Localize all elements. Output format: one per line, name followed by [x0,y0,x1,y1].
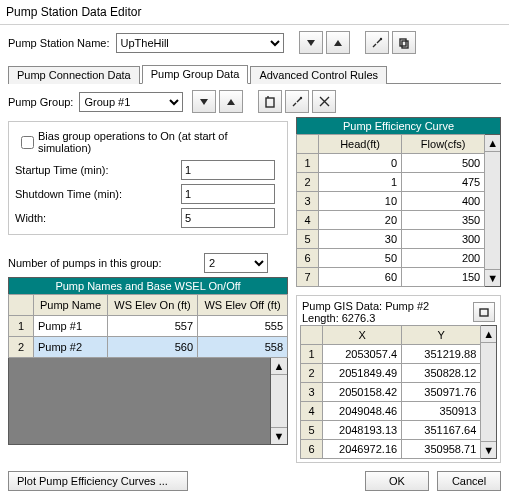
tab-control-rules[interactable]: Advanced Control Rules [250,66,387,84]
scroll-up-icon[interactable]: ▲ [485,135,500,152]
num-pumps-combo[interactable]: 2 [204,253,268,273]
gis-length: Length: 6276.3 [302,312,429,324]
table-row: 1 Pump #1 557 555 [9,316,288,337]
shutdown-label: Shutdown Time (min): [15,188,175,200]
pump-names-table[interactable]: Pump Name WS Elev On (ft) WS Elev Off (f… [8,294,288,358]
gis-tool-icon-button[interactable] [473,302,495,322]
plot-curves-button[interactable]: Plot Pump Efficiency Curves ... [8,471,188,491]
tab-group-data[interactable]: Pump Group Data [142,65,249,84]
gis-title: Pump GIS Data: Pump #2 [302,300,429,312]
table-row: 650200 [297,249,485,268]
num-pumps-label: Number of pumps in this group: [8,257,198,269]
col-y: Y [402,326,481,345]
svg-rect-5 [480,309,488,316]
table-row: 22051849.49350828.12 [301,364,481,383]
table-row: 21475 [297,173,485,192]
startup-input[interactable] [181,160,275,180]
move-down-button[interactable] [299,31,323,54]
svg-rect-3 [266,98,274,107]
table-row: 420350 [297,211,485,230]
tab-connection-data[interactable]: Pump Connection Data [8,66,140,84]
group-move-down-button[interactable] [192,90,216,113]
ok-button[interactable]: OK [365,471,429,491]
pump-group-label: Pump Group: [8,96,73,108]
shutdown-input[interactable] [181,184,275,204]
new-group-icon-button[interactable] [258,90,282,113]
scroll-down-icon[interactable]: ▼ [271,427,287,444]
tab-bar: Pump Connection Data Pump Group Data Adv… [8,64,501,84]
svg-point-0 [379,37,381,39]
gis-table[interactable]: X Y 12053057.4351219.88 22051849.4935082… [300,325,481,459]
svg-rect-1 [400,39,406,46]
width-input[interactable] [181,208,275,228]
scroll-down-icon[interactable]: ▼ [485,269,500,286]
gis-scrollbar[interactable]: ▲ ▼ [481,325,497,459]
col-ws-on: WS Elev On (ft) [108,295,198,316]
table-row: 2 Pump #2 560 558 [9,337,288,358]
svg-point-4 [300,96,302,98]
group-tools-icon-button[interactable] [285,90,309,113]
table-row: 32050158.42350971.76 [301,383,481,402]
pump-names-scrollbar[interactable]: ▲ ▼ [270,358,287,444]
bias-label: Bias group operations to On (at start of… [38,130,281,154]
window-titlebar: Pump Station Data Editor [0,0,509,25]
pump-group-combo[interactable]: Group #1 [79,92,183,112]
col-ws-off: WS Elev Off (ft) [198,295,288,316]
col-flow: Flow(cfs) [402,135,485,154]
scroll-up-icon[interactable]: ▲ [481,326,496,343]
col-pump-name: Pump Name [34,295,108,316]
table-row: 52048193.13351167.64 [301,421,481,440]
eff-curve-scrollbar[interactable]: ▲ ▼ [485,134,501,287]
startup-label: Startup Time (min): [15,164,175,176]
move-up-button[interactable] [326,31,350,54]
svg-rect-2 [402,41,408,48]
eff-curve-table[interactable]: Head(ft) Flow(cfs) 10500 21475 310400 42… [296,134,485,287]
table-row: 10500 [297,154,485,173]
pump-names-empty-area: ▲ ▼ [8,358,288,445]
delete-group-icon-button[interactable] [312,90,336,113]
col-x: X [323,326,402,345]
tools-icon-button[interactable] [365,31,389,54]
group-move-up-button[interactable] [219,90,243,113]
table-row: 12053057.4351219.88 [301,345,481,364]
table-row: 530300 [297,230,485,249]
table-row: 760150 [297,268,485,287]
col-head: Head(ft) [319,135,402,154]
pump-names-title: Pump Names and Base WSEL On/Off [8,277,288,294]
copy-icon-button[interactable] [392,31,416,54]
station-name-label: Pump Station Name: [8,37,110,49]
station-name-combo[interactable]: UpTheHill [116,33,284,53]
table-row: 42049048.46350913 [301,402,481,421]
eff-curve-title: Pump Efficiency Curve [296,117,501,134]
scroll-up-icon[interactable]: ▲ [271,358,287,375]
bias-checkbox[interactable] [21,136,34,149]
table-row: 62046972.16350958.71 [301,440,481,459]
scroll-down-icon[interactable]: ▼ [481,441,496,458]
window-title: Pump Station Data Editor [6,5,141,19]
table-row: 310400 [297,192,485,211]
width-label: Width: [15,212,175,224]
cancel-button[interactable]: Cancel [437,471,501,491]
